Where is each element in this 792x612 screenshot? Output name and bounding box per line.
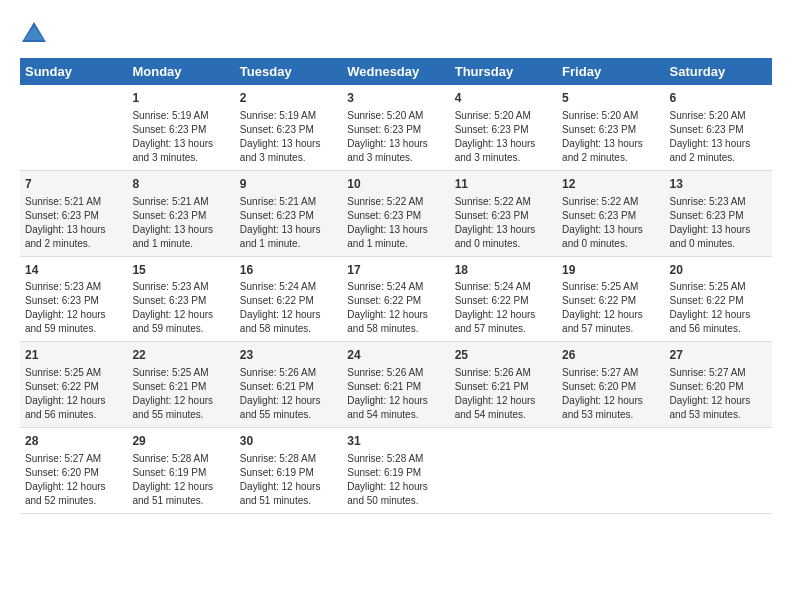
day-info: Sunrise: 5:22 AM Sunset: 6:23 PM Dayligh… [562, 195, 659, 251]
day-info: Sunrise: 5:24 AM Sunset: 6:22 PM Dayligh… [455, 280, 552, 336]
day-info: Sunrise: 5:21 AM Sunset: 6:23 PM Dayligh… [240, 195, 337, 251]
day-number: 5 [562, 90, 659, 107]
calendar-header: SundayMondayTuesdayWednesdayThursdayFrid… [20, 58, 772, 85]
calendar-cell: 26Sunrise: 5:27 AM Sunset: 6:20 PM Dayli… [557, 342, 664, 428]
calendar-cell: 5Sunrise: 5:20 AM Sunset: 6:23 PM Daylig… [557, 85, 664, 170]
calendar-cell: 23Sunrise: 5:26 AM Sunset: 6:21 PM Dayli… [235, 342, 342, 428]
calendar-cell: 30Sunrise: 5:28 AM Sunset: 6:19 PM Dayli… [235, 428, 342, 514]
day-number: 1 [132, 90, 229, 107]
day-number: 8 [132, 176, 229, 193]
calendar-cell: 24Sunrise: 5:26 AM Sunset: 6:21 PM Dayli… [342, 342, 449, 428]
day-number: 31 [347, 433, 444, 450]
day-number: 22 [132, 347, 229, 364]
day-info: Sunrise: 5:28 AM Sunset: 6:19 PM Dayligh… [347, 452, 444, 508]
day-info: Sunrise: 5:20 AM Sunset: 6:23 PM Dayligh… [455, 109, 552, 165]
day-info: Sunrise: 5:25 AM Sunset: 6:22 PM Dayligh… [670, 280, 767, 336]
day-number: 30 [240, 433, 337, 450]
svg-marker-1 [24, 26, 44, 40]
calendar-cell: 20Sunrise: 5:25 AM Sunset: 6:22 PM Dayli… [665, 256, 772, 342]
day-number: 28 [25, 433, 122, 450]
day-number: 11 [455, 176, 552, 193]
calendar-cell: 11Sunrise: 5:22 AM Sunset: 6:23 PM Dayli… [450, 170, 557, 256]
calendar-cell: 29Sunrise: 5:28 AM Sunset: 6:19 PM Dayli… [127, 428, 234, 514]
calendar-cell: 12Sunrise: 5:22 AM Sunset: 6:23 PM Dayli… [557, 170, 664, 256]
day-info: Sunrise: 5:25 AM Sunset: 6:21 PM Dayligh… [132, 366, 229, 422]
day-number: 25 [455, 347, 552, 364]
page-header [20, 20, 772, 48]
calendar-cell: 25Sunrise: 5:26 AM Sunset: 6:21 PM Dayli… [450, 342, 557, 428]
days-of-week-row: SundayMondayTuesdayWednesdayThursdayFrid… [20, 58, 772, 85]
day-info: Sunrise: 5:22 AM Sunset: 6:23 PM Dayligh… [455, 195, 552, 251]
day-number: 10 [347, 176, 444, 193]
calendar-cell: 15Sunrise: 5:23 AM Sunset: 6:23 PM Dayli… [127, 256, 234, 342]
day-info: Sunrise: 5:20 AM Sunset: 6:23 PM Dayligh… [347, 109, 444, 165]
day-of-week-friday: Friday [557, 58, 664, 85]
day-info: Sunrise: 5:28 AM Sunset: 6:19 PM Dayligh… [132, 452, 229, 508]
calendar-cell: 4Sunrise: 5:20 AM Sunset: 6:23 PM Daylig… [450, 85, 557, 170]
calendar-cell: 17Sunrise: 5:24 AM Sunset: 6:22 PM Dayli… [342, 256, 449, 342]
calendar-cell: 2Sunrise: 5:19 AM Sunset: 6:23 PM Daylig… [235, 85, 342, 170]
day-number: 21 [25, 347, 122, 364]
day-number: 16 [240, 262, 337, 279]
logo-icon [20, 20, 48, 48]
day-number: 20 [670, 262, 767, 279]
day-info: Sunrise: 5:27 AM Sunset: 6:20 PM Dayligh… [562, 366, 659, 422]
day-number: 6 [670, 90, 767, 107]
day-number: 26 [562, 347, 659, 364]
day-number: 24 [347, 347, 444, 364]
calendar-cell: 16Sunrise: 5:24 AM Sunset: 6:22 PM Dayli… [235, 256, 342, 342]
day-number: 13 [670, 176, 767, 193]
calendar-cell: 14Sunrise: 5:23 AM Sunset: 6:23 PM Dayli… [20, 256, 127, 342]
day-number: 29 [132, 433, 229, 450]
day-number: 9 [240, 176, 337, 193]
day-info: Sunrise: 5:26 AM Sunset: 6:21 PM Dayligh… [455, 366, 552, 422]
calendar-cell: 9Sunrise: 5:21 AM Sunset: 6:23 PM Daylig… [235, 170, 342, 256]
day-number: 14 [25, 262, 122, 279]
calendar-cell: 22Sunrise: 5:25 AM Sunset: 6:21 PM Dayli… [127, 342, 234, 428]
logo [20, 20, 52, 48]
day-info: Sunrise: 5:24 AM Sunset: 6:22 PM Dayligh… [240, 280, 337, 336]
day-of-week-thursday: Thursday [450, 58, 557, 85]
day-info: Sunrise: 5:19 AM Sunset: 6:23 PM Dayligh… [132, 109, 229, 165]
day-info: Sunrise: 5:25 AM Sunset: 6:22 PM Dayligh… [562, 280, 659, 336]
calendar-week-5: 28Sunrise: 5:27 AM Sunset: 6:20 PM Dayli… [20, 428, 772, 514]
day-info: Sunrise: 5:23 AM Sunset: 6:23 PM Dayligh… [132, 280, 229, 336]
day-of-week-tuesday: Tuesday [235, 58, 342, 85]
day-number: 17 [347, 262, 444, 279]
day-info: Sunrise: 5:20 AM Sunset: 6:23 PM Dayligh… [670, 109, 767, 165]
day-number: 15 [132, 262, 229, 279]
day-of-week-monday: Monday [127, 58, 234, 85]
day-of-week-wednesday: Wednesday [342, 58, 449, 85]
calendar-cell [557, 428, 664, 514]
day-number: 19 [562, 262, 659, 279]
calendar-week-4: 21Sunrise: 5:25 AM Sunset: 6:22 PM Dayli… [20, 342, 772, 428]
calendar-cell: 19Sunrise: 5:25 AM Sunset: 6:22 PM Dayli… [557, 256, 664, 342]
calendar-table: SundayMondayTuesdayWednesdayThursdayFrid… [20, 58, 772, 514]
calendar-cell: 6Sunrise: 5:20 AM Sunset: 6:23 PM Daylig… [665, 85, 772, 170]
day-info: Sunrise: 5:22 AM Sunset: 6:23 PM Dayligh… [347, 195, 444, 251]
calendar-cell: 21Sunrise: 5:25 AM Sunset: 6:22 PM Dayli… [20, 342, 127, 428]
day-info: Sunrise: 5:24 AM Sunset: 6:22 PM Dayligh… [347, 280, 444, 336]
calendar-cell: 18Sunrise: 5:24 AM Sunset: 6:22 PM Dayli… [450, 256, 557, 342]
day-info: Sunrise: 5:27 AM Sunset: 6:20 PM Dayligh… [25, 452, 122, 508]
calendar-cell [20, 85, 127, 170]
day-info: Sunrise: 5:19 AM Sunset: 6:23 PM Dayligh… [240, 109, 337, 165]
day-info: Sunrise: 5:26 AM Sunset: 6:21 PM Dayligh… [347, 366, 444, 422]
calendar-cell: 31Sunrise: 5:28 AM Sunset: 6:19 PM Dayli… [342, 428, 449, 514]
calendar-cell: 27Sunrise: 5:27 AM Sunset: 6:20 PM Dayli… [665, 342, 772, 428]
day-number: 27 [670, 347, 767, 364]
day-number: 2 [240, 90, 337, 107]
day-info: Sunrise: 5:25 AM Sunset: 6:22 PM Dayligh… [25, 366, 122, 422]
calendar-cell: 10Sunrise: 5:22 AM Sunset: 6:23 PM Dayli… [342, 170, 449, 256]
calendar-cell: 8Sunrise: 5:21 AM Sunset: 6:23 PM Daylig… [127, 170, 234, 256]
day-of-week-saturday: Saturday [665, 58, 772, 85]
day-info: Sunrise: 5:21 AM Sunset: 6:23 PM Dayligh… [25, 195, 122, 251]
day-number: 3 [347, 90, 444, 107]
calendar-cell: 28Sunrise: 5:27 AM Sunset: 6:20 PM Dayli… [20, 428, 127, 514]
day-number: 7 [25, 176, 122, 193]
calendar-week-2: 7Sunrise: 5:21 AM Sunset: 6:23 PM Daylig… [20, 170, 772, 256]
calendar-cell: 1Sunrise: 5:19 AM Sunset: 6:23 PM Daylig… [127, 85, 234, 170]
day-number: 12 [562, 176, 659, 193]
calendar-cell: 3Sunrise: 5:20 AM Sunset: 6:23 PM Daylig… [342, 85, 449, 170]
day-info: Sunrise: 5:28 AM Sunset: 6:19 PM Dayligh… [240, 452, 337, 508]
